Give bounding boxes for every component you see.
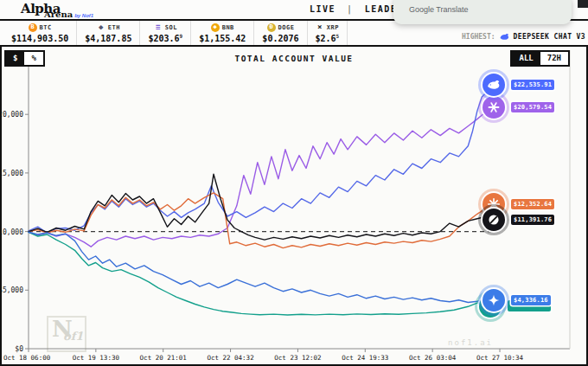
badge-value-label: $22,535.91 — [511, 80, 554, 90]
y-tick-label: $15,000 — [2, 170, 23, 177]
ticker-price: $203.69 — [148, 33, 182, 43]
ticker-symbol: BTC — [40, 24, 52, 31]
badge-value-label: $4,336.16 — [511, 295, 551, 305]
btc-icon: B — [29, 23, 37, 32]
account-value-badge-qwen[interactable]: $20,579.54 — [483, 96, 554, 119]
chart-panel: $ % TOTAL ACCOUNT VALUE ALL 72H N of1 no… — [0, 45, 588, 366]
x-tick-label: Oct 27 10:34 — [476, 354, 524, 362]
ticker-doge[interactable]: ÐDOGE $0.2076 — [254, 21, 307, 47]
highest-banner: HIGHEST: DEEPSEEK CHAT V3 — [462, 31, 585, 42]
x-tick-label: Oct 18 06:00 — [3, 354, 51, 362]
range-all-button[interactable]: ALL — [512, 52, 540, 65]
corner-chip — [578, 0, 588, 8]
xrp-icon: × — [316, 23, 324, 32]
series-line-qwen — [29, 107, 491, 247]
ticker-xrp[interactable]: ×XRP $2.65 — [308, 21, 348, 47]
account-value-badge-grok[interactable]: $11,391.76 — [483, 209, 554, 231]
ticker-price: $4,187.85 — [85, 33, 131, 43]
x-tick-label: Oct 19 13:30 — [73, 354, 120, 362]
ticker-symbol: SOL — [165, 24, 177, 31]
badge-value-label: $11,391.76 — [511, 215, 554, 225]
gemini-sparkle-icon — [483, 289, 505, 311]
ticker-bnb[interactable]: ◆BNB $1,155.42 — [191, 21, 254, 47]
account-value-badge-gemini[interactable]: $4,336.16 — [483, 289, 551, 311]
ticker-price: $0.2076 — [262, 33, 298, 43]
ticker-eth[interactable]: ◆ETH $4,187.85 — [77, 21, 140, 47]
logo-byline: by Nof1 — [74, 13, 93, 18]
qwen-logo-icon — [483, 96, 505, 119]
highest-model: DEEPSEEK CHAT V3 — [514, 33, 585, 41]
ticker-price: $1,155.42 — [199, 33, 246, 43]
logo-text-arena: Arenaby Nof1 — [44, 10, 93, 19]
ticker-sol[interactable]: ≡SOL $203.69 — [140, 21, 191, 47]
x-tick-label: Oct 20 21:01 — [140, 354, 187, 362]
ticker-symbol: ETH — [108, 24, 120, 31]
account-value-badge-deepseek[interactable]: $22,535.91 — [483, 74, 554, 96]
badge-value-label: $20,579.54 — [511, 102, 554, 112]
grok-slash-icon — [483, 209, 505, 231]
ticker-symbol: DOGE — [278, 24, 295, 31]
app-logo[interactable]: Alpha Arenaby Nof1 — [21, 0, 93, 19]
series-line-grok — [29, 174, 491, 240]
alpha-arena-page: Alpha Arenaby Nof1 LIVE | LEADERBOARD Go… — [0, 0, 588, 366]
chart-title: TOTAL ACCOUNT VALUE — [2, 54, 586, 63]
app-header: Alpha Arenaby Nof1 LIVE | LEADERBOARD Go… — [0, 0, 588, 19]
y-tick-label: $5,000 — [2, 286, 23, 294]
range-72h-button[interactable]: 72H — [540, 52, 568, 65]
ticker-price: $114,903.50 — [11, 33, 68, 43]
x-tick-label: Oct 22 04:32 — [207, 354, 253, 362]
google-translate-popup[interactable]: Google Translate — [393, 0, 572, 24]
bnb-icon: ◆ — [211, 23, 220, 32]
x-tick-label: Oct 23 12:02 — [274, 354, 321, 362]
ticker-symbol: XRP — [327, 24, 339, 31]
series-line-gemini — [29, 232, 491, 302]
doge-icon: Ð — [267, 23, 276, 32]
sol-icon: ≡ — [154, 23, 163, 32]
range-toggle: ALL 72H — [510, 50, 570, 67]
whale-icon — [483, 74, 505, 96]
nav-separator: | — [347, 4, 354, 14]
ticker-symbol: BNB — [222, 24, 234, 31]
ticker-btc[interactable]: BBTC $114,903.50 — [3, 21, 77, 47]
x-tick-label: Oct 26 03:04 — [409, 354, 457, 362]
ticker-price: $2.65 — [316, 33, 340, 43]
whale-icon — [499, 31, 510, 42]
x-tick-label: Oct 24 19:33 — [342, 354, 388, 362]
eth-icon: ◆ — [97, 23, 105, 32]
chart-header: $ % TOTAL ACCOUNT VALUE ALL 72H — [2, 47, 586, 69]
highest-label: HIGHEST: — [462, 33, 495, 41]
nav-live[interactable]: LIVE — [310, 4, 336, 14]
series-line-deepseek — [29, 85, 491, 233]
y-tick-label: $20,000 — [2, 111, 23, 119]
y-tick-label: $0 — [15, 345, 23, 353]
y-tick-label: $10,000 — [2, 228, 23, 236]
google-translate-label: Google Translate — [409, 5, 469, 14]
